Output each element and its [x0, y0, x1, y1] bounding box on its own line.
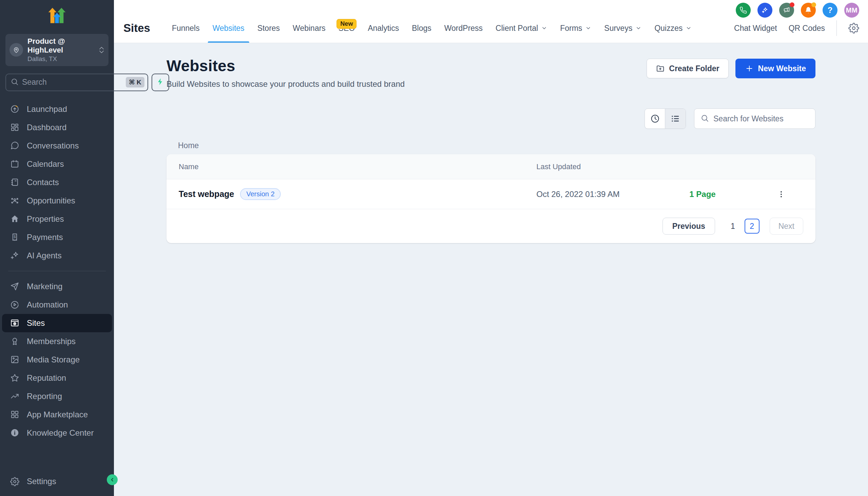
chevron-down-icon — [585, 24, 591, 33]
recent-view-button[interactable] — [645, 109, 665, 128]
plus-icon — [745, 64, 754, 73]
sidebar-item-reputation[interactable]: Reputation — [2, 369, 112, 387]
divider — [836, 20, 837, 36]
sidebar-item-label: Reputation — [27, 373, 66, 383]
tab-quizzes[interactable]: Quizzes — [654, 14, 692, 43]
sidebar-item-automation[interactable]: Automation — [2, 296, 112, 314]
sidebar-item-sites[interactable]: Sites — [2, 314, 112, 332]
tab-forms[interactable]: Forms — [560, 14, 591, 43]
new-website-button[interactable]: New Website — [735, 59, 816, 78]
sidebar-search[interactable]: ⌘ K — [5, 74, 148, 91]
tab-stores[interactable]: Stores — [257, 14, 280, 43]
chevron-down-icon — [541, 24, 547, 33]
sidebar-item-ai-agents[interactable]: AI Agents — [2, 247, 112, 265]
sidebar-collapse-button[interactable] — [107, 474, 118, 485]
sidebar-nav-secondary: Marketing Automation Sites Memberships M… — [0, 277, 114, 442]
sidebar-item-calendars[interactable]: Calendars — [2, 155, 112, 173]
topbar-icon-row: ? MM — [736, 3, 859, 18]
version-badge: Version 2 — [240, 188, 280, 200]
website-name-link[interactable]: Test webpage — [179, 189, 234, 199]
sparkles-icon — [761, 6, 769, 14]
sidebar-item-app-marketplace[interactable]: App Marketplace — [2, 405, 112, 424]
sidebar-search-input[interactable] — [22, 78, 122, 87]
home-icon — [10, 214, 19, 223]
sidebar-item-label: Settings — [27, 477, 56, 486]
paper-plane-icon — [10, 282, 19, 291]
page-count-link[interactable]: 1 Page — [689, 189, 715, 199]
create-folder-button[interactable]: Create Folder — [647, 59, 728, 78]
sidebar-item-settings[interactable]: Settings — [2, 472, 112, 491]
pagination-page-2-current[interactable]: 2 — [745, 219, 760, 234]
column-header-name: Name — [179, 162, 199, 171]
sidebar-item-label: Launchpad — [27, 105, 67, 114]
pagination-next-button[interactable]: Next — [770, 218, 803, 235]
receipt-dollar-icon: $ — [10, 233, 19, 242]
sidebar-item-dashboard[interactable]: Dashboard — [2, 118, 112, 137]
sidebar-item-reporting[interactable]: Reporting — [2, 387, 112, 405]
ai-assistant-button[interactable] — [758, 3, 772, 18]
phone-button[interactable] — [736, 3, 751, 18]
breadcrumb-home-link[interactable]: Home — [178, 141, 199, 150]
new-badge: New — [337, 19, 357, 29]
phone-icon — [740, 6, 747, 14]
help-button[interactable]: ? — [823, 3, 837, 18]
sidebar-item-media-storage[interactable]: Media Storage — [2, 351, 112, 369]
table-row: Test webpage Version 2 Oct 26, 2022 01:3… — [167, 179, 816, 209]
sparkle-plus-icon — [10, 251, 19, 260]
calendar-icon — [10, 159, 19, 169]
list-view-button[interactable] — [665, 109, 686, 128]
column-header-last-updated: Last Updated — [537, 162, 581, 171]
view-toggle — [645, 108, 686, 129]
tab-analytics[interactable]: Analytics — [368, 14, 399, 43]
tab-surveys[interactable]: Surveys — [604, 14, 641, 43]
tab-websites[interactable]: Websites — [213, 14, 245, 43]
address-book-icon — [10, 177, 19, 187]
clock-icon — [650, 114, 660, 123]
launchpad-icon — [10, 105, 19, 113]
location-info: Product @ HighLevel Dallas, TX — [28, 37, 94, 63]
sidebar-item-marketing[interactable]: Marketing — [2, 277, 112, 296]
pagination-page-1[interactable]: 1 — [731, 222, 735, 231]
quick-actions-button[interactable] — [152, 74, 169, 91]
sidebar-item-opportunities[interactable]: Opportunities — [2, 191, 112, 210]
sidebar-item-label: Reporting — [27, 391, 62, 401]
notifications-button[interactable] — [801, 3, 816, 18]
sidebar-item-conversations[interactable]: Conversations — [2, 137, 112, 155]
browser-globe-icon — [10, 319, 19, 327]
location-pin-icon — [10, 43, 23, 57]
tab-seo[interactable]: New SEO — [338, 14, 355, 43]
tab-client-portal[interactable]: Client Portal — [496, 14, 547, 43]
folder-plus-icon — [656, 64, 665, 73]
keyboard-shortcut-badge: ⌘ K — [126, 77, 144, 88]
announcements-button[interactable] — [779, 3, 794, 18]
list-icon — [671, 114, 680, 123]
chevron-down-icon — [635, 24, 641, 33]
tab-webinars[interactable]: Webinars — [293, 14, 326, 43]
location-switcher[interactable]: Product @ HighLevel Dallas, TX — [5, 34, 108, 66]
websites-search-input[interactable] — [713, 114, 809, 123]
sidebar-item-contacts[interactable]: Contacts — [2, 173, 112, 191]
tab-funnels[interactable]: Funnels — [172, 14, 200, 43]
sites-settings-button[interactable] — [848, 23, 859, 34]
chevron-updown-icon — [99, 46, 105, 53]
question-mark-icon: ? — [828, 5, 833, 15]
sidebar-nav-primary: Launchpad Dashboard Conversations Calend… — [0, 100, 114, 265]
user-avatar[interactable]: MM — [844, 3, 859, 18]
tab-wordpress[interactable]: WordPress — [444, 14, 482, 43]
sidebar-item-launchpad[interactable]: Launchpad — [2, 100, 112, 118]
page-subtitle: Build Websites to showcase your products… — [167, 79, 405, 89]
tab-blogs[interactable]: Blogs — [412, 14, 432, 43]
sidebar-item-payments[interactable]: $ Payments — [2, 228, 112, 247]
row-actions-menu-button[interactable] — [775, 188, 788, 201]
tab-qr-codes[interactable]: QR Codes — [789, 14, 825, 43]
sidebar-item-label: Properties — [27, 214, 64, 224]
dashboard-icon — [10, 123, 19, 132]
sidebar-item-knowledge-center[interactable]: Knowledge Center — [2, 424, 112, 442]
chat-bubble-icon — [10, 141, 19, 150]
tab-chat-widget[interactable]: Chat Widget — [734, 14, 777, 43]
sidebar-item-properties[interactable]: Properties — [2, 210, 112, 228]
page-content: Websites Build Websites to showcase your… — [114, 43, 868, 496]
sidebar-item-memberships[interactable]: Memberships — [2, 332, 112, 351]
pagination-previous-button[interactable]: Previous — [663, 218, 715, 235]
sidebar-item-label: Payments — [27, 233, 63, 242]
